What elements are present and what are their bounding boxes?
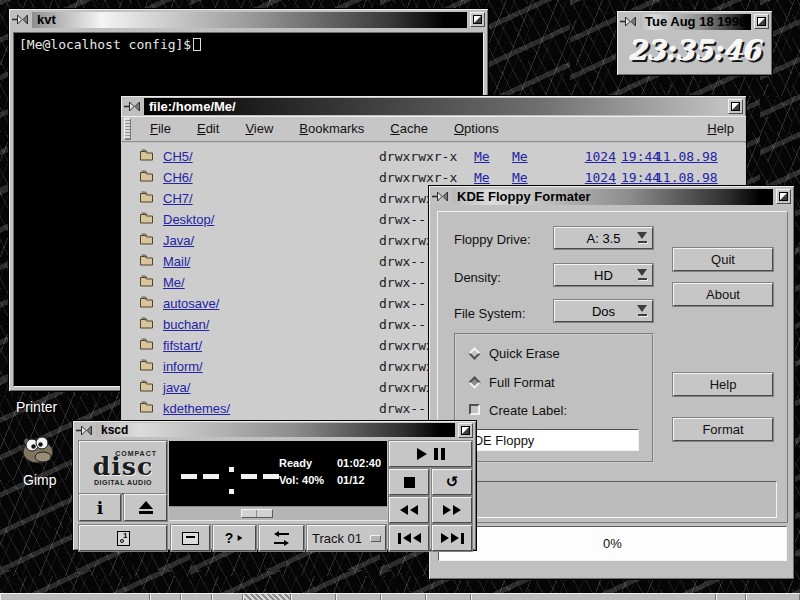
maximize-icon[interactable]: [776, 189, 791, 204]
folder-link[interactable]: Desktop/: [163, 212, 214, 227]
folder-icon[interactable]: [139, 295, 154, 313]
menu-item-help[interactable]: Help: [695, 121, 746, 136]
quick-erase-label[interactable]: Quick Erase: [489, 346, 560, 361]
drive-dropdown[interactable]: A: 3.5: [554, 227, 653, 249]
folder-icon[interactable]: [139, 253, 154, 271]
gimp-icon-label[interactable]: Gimp: [23, 472, 56, 488]
menu-item[interactable]: Edit: [184, 121, 232, 136]
menu-item[interactable]: File: [137, 121, 184, 136]
folder-icon[interactable]: [139, 337, 154, 355]
track-selector-dropdown[interactable]: Track 01: [307, 525, 386, 551]
kvt-titlebar[interactable]: kvt: [9, 9, 488, 29]
format-progress-bar: 0%: [438, 526, 787, 561]
owner-link[interactable]: Me: [474, 149, 490, 164]
folder-icon[interactable]: [139, 190, 154, 208]
rewind-icon: [400, 505, 408, 515]
sticky-pin-icon[interactable]: [124, 101, 141, 112]
full-format-label[interactable]: Full Format: [489, 375, 555, 390]
clock-titlebar[interactable]: Tue Aug 18 1998: [617, 11, 772, 31]
rewind-button[interactable]: [389, 497, 429, 523]
folder-link[interactable]: Me/: [163, 275, 185, 290]
volume-slider-handle[interactable]: [241, 509, 273, 518]
dock-button[interactable]: [171, 525, 210, 551]
play-pause-button[interactable]: [389, 441, 472, 467]
folder-icon[interactable]: [139, 148, 154, 166]
sticky-pin-icon[interactable]: [76, 425, 93, 436]
kscd-titlebar[interactable]: kscd: [73, 421, 476, 439]
maximize-icon[interactable]: [754, 14, 769, 29]
folder-link[interactable]: CH5/: [163, 149, 193, 164]
next-track-button[interactable]: [432, 525, 472, 551]
kfm-titlebar[interactable]: file:/home/Me/: [121, 96, 746, 116]
folder-icon[interactable]: [139, 169, 154, 187]
folder-link[interactable]: CH6/: [163, 170, 193, 185]
fast-forward-button[interactable]: [432, 497, 472, 523]
folder-icon[interactable]: [139, 211, 154, 229]
folder-icon[interactable]: [139, 316, 154, 334]
folder-icon[interactable]: [139, 379, 154, 397]
cd-logo-button[interactable]: COMPACT disc DIGITAL AUDIO: [79, 441, 167, 494]
folder-icon[interactable]: [139, 358, 154, 376]
folder-icon[interactable]: [139, 400, 154, 418]
folder-icon[interactable]: [139, 274, 154, 292]
sticky-pin-icon[interactable]: [620, 16, 637, 27]
help-play-icon: [238, 535, 243, 541]
folder-link[interactable]: kdethemes/: [163, 401, 230, 416]
help-button[interactable]: Help: [673, 373, 773, 396]
info-icon: i: [97, 498, 103, 518]
filesystem-dropdown[interactable]: Dos: [554, 300, 653, 322]
maximize-icon[interactable]: [728, 99, 743, 114]
size-link[interactable]: 1024: [561, 170, 616, 185]
size-link[interactable]: 1024: [561, 149, 616, 164]
folder-link[interactable]: fifstart/: [163, 338, 202, 353]
folder-link[interactable]: autosave/: [163, 296, 219, 311]
printer-icon-label[interactable]: Printer: [16, 399, 57, 415]
folder-link[interactable]: java/: [163, 380, 190, 395]
folder-link[interactable]: Java/: [163, 233, 194, 248]
menubar-drag-handle[interactable]: [124, 118, 131, 140]
taskbar-strip[interactable]: [0, 593, 800, 600]
format-button[interactable]: Format: [673, 418, 773, 441]
maximize-icon[interactable]: [458, 423, 473, 438]
permissions: drwxrwxr-x: [379, 170, 457, 185]
folder-link[interactable]: Mail/: [163, 254, 190, 269]
volume-slider-track[interactable]: [169, 506, 387, 521]
previous-track-button[interactable]: [389, 525, 429, 551]
menu-item[interactable]: Bookmarks: [286, 121, 377, 136]
date-link[interactable]: 11.08.98: [655, 170, 718, 185]
loop-button[interactable]: ↺: [432, 469, 472, 495]
create-label-checkbox[interactable]: [469, 404, 480, 415]
density-dropdown[interactable]: HD: [554, 264, 653, 286]
floppy-titlebar[interactable]: KDE Floppy Formater: [429, 186, 794, 206]
cddb-button[interactable]: 1: [79, 525, 167, 551]
date-link[interactable]: 11.08.98: [655, 149, 718, 164]
group-link[interactable]: Me: [512, 149, 528, 164]
owner-link[interactable]: Me: [474, 170, 490, 185]
pause-icon: [434, 448, 445, 460]
folder-icon[interactable]: [139, 232, 154, 250]
menu-item[interactable]: Options: [441, 121, 512, 136]
drive-label: Floppy Drive:: [454, 232, 531, 247]
quit-button[interactable]: Quit: [673, 248, 773, 271]
maximize-icon[interactable]: [470, 12, 485, 27]
info-button[interactable]: i: [79, 494, 121, 521]
folder-link[interactable]: CH7/: [163, 191, 193, 206]
create-label-label[interactable]: Create Label:: [489, 403, 567, 418]
eject-button[interactable]: [124, 494, 167, 521]
digital-clock-time: 23:35:46: [617, 35, 772, 66]
stop-button[interactable]: [389, 469, 429, 495]
volume-label-input[interactable]: KDE Floppy: [456, 429, 639, 451]
menu-item[interactable]: View: [232, 121, 286, 136]
folder-link[interactable]: inform/: [163, 359, 203, 374]
group-link[interactable]: Me: [512, 170, 528, 185]
playlist-icon: [274, 531, 289, 546]
playlist-button[interactable]: [259, 525, 304, 551]
folder-link[interactable]: buchan/: [163, 317, 209, 332]
gimp-wilber-icon[interactable]: [19, 431, 57, 467]
sticky-pin-icon[interactable]: [12, 14, 29, 25]
about-button[interactable]: About: [673, 283, 773, 306]
taskbar-hatch-segment[interactable]: [243, 594, 291, 600]
context-help-button[interactable]: ?: [213, 525, 256, 551]
sticky-pin-icon[interactable]: [432, 191, 449, 202]
menu-item[interactable]: Cache: [377, 121, 441, 136]
